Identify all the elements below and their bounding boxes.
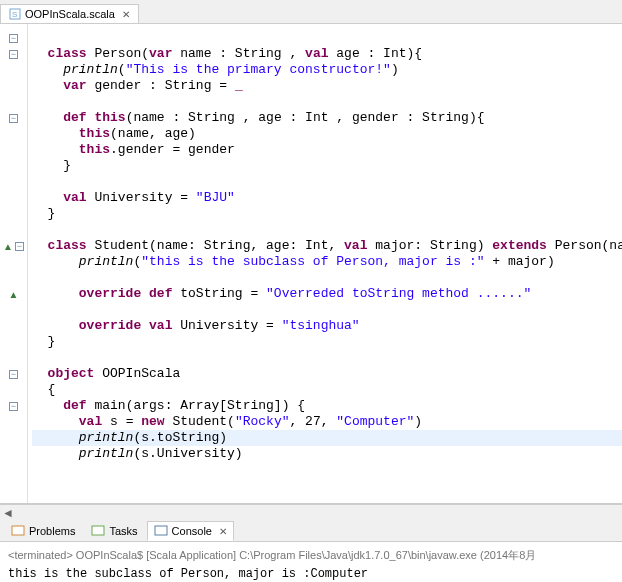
svg-rect-4 [155,526,167,535]
ruler-blank [0,190,27,206]
svg-rect-3 [92,526,104,535]
ruler-blank [0,142,27,158]
fold-toggle-icon[interactable]: − [0,46,27,62]
code-line[interactable]: } [32,158,622,174]
code-line[interactable]: class Person(var name : String , val age… [32,46,622,62]
tab-label: Problems [29,525,75,537]
console-line: this is the subclass of Person, major is… [8,567,614,582]
code-line[interactable]: def this(name : String , age : Int , gen… [32,110,622,126]
code-line[interactable]: println(s.University) [32,446,622,462]
code-line[interactable]: { [32,382,622,398]
tab-label: Tasks [109,525,137,537]
code-line[interactable] [32,350,622,366]
svg-text:S: S [12,10,17,19]
ruler-blank [0,430,27,446]
ruler-blank [0,206,27,222]
code-line[interactable]: println("This is the primary constructor… [32,62,622,78]
console-panel: <terminated> OOPInScala$ [Scala Applicat… [0,542,622,582]
code-line[interactable] [32,302,622,318]
fold-toggle-icon[interactable]: − [0,366,27,382]
ruler-gutter: −−−▲−▲−− [0,24,28,503]
editor-tab[interactable]: S OOPInScala.scala ✕ [0,4,139,23]
tab-console[interactable]: Console✕ [147,521,234,541]
console-output: this is the subclass of Person, major is… [8,567,614,582]
ruler-blank [0,254,27,270]
override-marker-icon[interactable]: ▲ [0,286,27,302]
horizontal-scrollbar[interactable]: ◄ [0,504,622,520]
ruler-blank [0,302,27,318]
ruler-blank [0,382,27,398]
code-line[interactable]: val s = new Student("Rocky", 27, "Comput… [32,414,622,430]
ruler-blank [0,270,27,286]
console-icon [154,524,168,538]
code-line[interactable]: object OOPInScala [32,366,622,382]
code-line[interactable]: override val University = "tsinghua" [32,318,622,334]
problems-icon [11,524,25,538]
ruler-blank [0,318,27,334]
editor-tab-label: OOPInScala.scala [25,8,115,20]
fold-toggle-icon[interactable]: − [0,30,27,46]
ruler-blank [0,446,27,462]
code-line[interactable] [32,94,622,110]
code-line[interactable]: this.gender = gender [32,142,622,158]
svg-rect-2 [12,526,24,535]
code-line[interactable]: println(s.toString) [32,430,622,446]
tasks-icon [91,524,105,538]
code-line[interactable]: } [32,334,622,350]
code-line[interactable]: this(name, age) [32,126,622,142]
code-line[interactable] [32,30,622,46]
ruler-blank [0,174,27,190]
code-line[interactable]: val University = "BJU" [32,190,622,206]
ruler-blank [0,126,27,142]
override-fold-icon[interactable]: ▲− [0,238,27,254]
fold-toggle-icon[interactable]: − [0,110,27,126]
ruler-blank [0,350,27,366]
code-line[interactable]: class Student(name: String, age: Int, va… [32,238,622,254]
close-icon[interactable]: ✕ [219,526,227,537]
console-header: <terminated> OOPInScala$ [Scala Applicat… [8,548,614,563]
ruler-blank [0,94,27,110]
ruler-blank [0,414,27,430]
code-line[interactable] [32,222,622,238]
ruler-blank [0,158,27,174]
code-line[interactable]: println("this is the subclass of Person,… [32,254,622,270]
code-line[interactable]: } [32,206,622,222]
code-viewport[interactable]: class Person(var name : String , val age… [28,24,622,503]
code-line[interactable] [32,174,622,190]
code-line[interactable]: var gender : String = _ [32,78,622,94]
tab-problems[interactable]: Problems [4,521,82,541]
code-line[interactable] [32,270,622,286]
editor-tab-bar: S OOPInScala.scala ✕ [0,0,622,24]
scala-file-icon: S [9,8,21,20]
tab-label: Console [172,525,212,537]
code-line[interactable]: def main(args: Array[String]) { [32,398,622,414]
tab-tasks[interactable]: Tasks [84,521,144,541]
code-line[interactable]: override def toString = "Overreded toStr… [32,286,622,302]
ruler-blank [0,62,27,78]
close-icon[interactable]: ✕ [122,9,130,20]
ruler-blank [0,222,27,238]
ruler-blank [0,334,27,350]
scroll-left-icon[interactable]: ◄ [0,505,16,520]
editor-area: −−−▲−▲−− class Person(var name : String … [0,24,622,504]
bottom-tab-bar: ProblemsTasksConsole✕ [0,520,622,542]
fold-toggle-icon[interactable]: − [0,398,27,414]
ruler-blank [0,78,27,94]
